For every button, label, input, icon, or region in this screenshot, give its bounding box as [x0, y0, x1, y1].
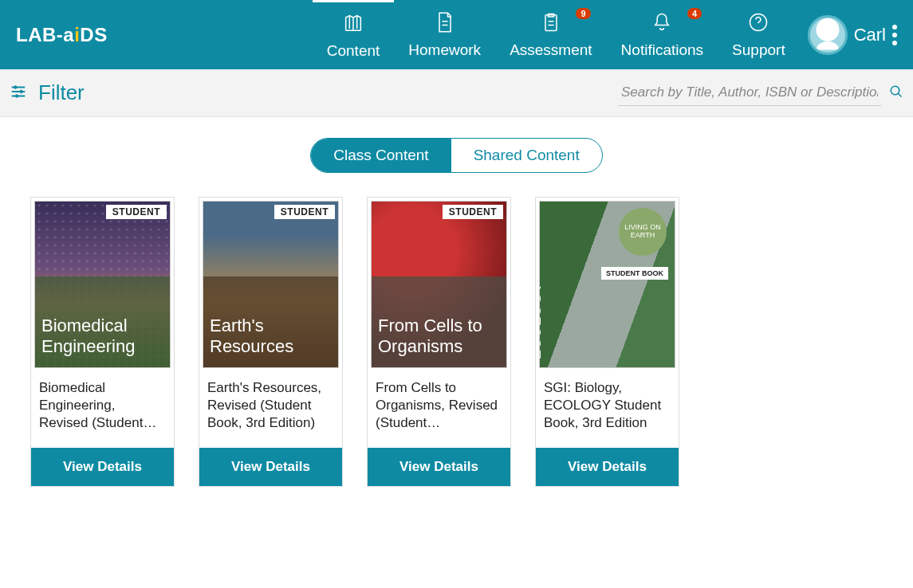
nav-label: Support — [732, 41, 785, 59]
content-toggle: Class Content Shared Content — [0, 138, 913, 173]
card-title: Earth's Resources, Revised (Student Book… — [203, 368, 339, 441]
sliders-icon — [10, 83, 27, 104]
book-cover[interactable]: STUDENT Biomedical Engineering — [34, 201, 171, 368]
cover-title: Earth's Resources — [203, 308, 338, 367]
more-icon — [892, 25, 897, 45]
user-menu[interactable]: Carl — [808, 15, 897, 55]
content-card: STUDENT Biomedical Engineering Biomedica… — [30, 197, 175, 487]
toggle-pill: Class Content Shared Content — [310, 138, 602, 173]
logo-text: a — [63, 24, 74, 46]
student-tag: STUDENT — [106, 205, 167, 219]
cover-badge-rect: STUDENT BOOK — [601, 267, 668, 280]
student-tag: STUDENT — [443, 205, 503, 219]
content-card: LIVING ON EARTH STUDENT BOOK ECOLOGY SGI… — [535, 197, 679, 487]
nav-support[interactable]: Support — [718, 0, 800, 69]
badge: 4 — [687, 8, 702, 19]
cover-vertical-text: ECOLOGY — [539, 282, 545, 359]
cover-title: From Cells to Organisms — [372, 308, 506, 367]
filter-bar: Filter — [0, 69, 913, 117]
clipboard-icon — [540, 11, 562, 37]
logo-text: - — [57, 24, 64, 46]
nav-content[interactable]: Content — [313, 0, 395, 69]
help-icon — [747, 11, 769, 37]
view-details-button[interactable]: View Details — [31, 448, 174, 486]
book-cover[interactable]: STUDENT From Cells to Organisms — [371, 201, 507, 368]
book-cover[interactable]: STUDENT Earth's Resources — [203, 201, 339, 368]
svg-point-2 — [14, 85, 18, 88]
content-icon — [342, 12, 364, 37]
main-nav: Content Homework 9 Assessment 4 Notifica… — [313, 0, 800, 69]
avatar — [808, 15, 848, 55]
student-tag: STUDENT — [274, 205, 335, 219]
book-cover[interactable]: LIVING ON EARTH STUDENT BOOK ECOLOGY — [539, 201, 675, 368]
nav-label: Assessment — [510, 41, 592, 59]
search-wrap — [618, 80, 903, 106]
view-details-button[interactable]: View Details — [199, 448, 342, 486]
logo-text: LAB — [16, 24, 57, 46]
search-input[interactable] — [618, 80, 881, 106]
view-details-button[interactable]: View Details — [536, 448, 679, 486]
logo-text: i — [74, 24, 80, 46]
svg-point-4 — [15, 94, 18, 97]
tab-shared-content[interactable]: Shared Content — [451, 139, 602, 172]
logo: LAB-aiDS — [16, 24, 108, 46]
app-header: LAB-aiDS Content Homework 9 Assessment 4 — [0, 0, 913, 69]
badge: 9 — [576, 8, 590, 19]
content-grid: STUDENT Biomedical Engineering Biomedica… — [0, 197, 913, 519]
nav-label: Homework — [408, 41, 481, 59]
content-card: STUDENT From Cells to Organisms From Cel… — [367, 197, 511, 487]
nav-notifications[interactable]: 4 Notifications — [607, 0, 718, 69]
content-card: STUDENT Earth's Resources Earth's Resour… — [199, 197, 343, 487]
nav-homework[interactable]: Homework — [394, 0, 495, 69]
cover-title: Biomedical Engineering — [35, 308, 170, 367]
nav-label: Notifications — [621, 41, 704, 59]
logo-text: DS — [80, 24, 107, 46]
svg-point-3 — [20, 90, 23, 93]
card-title: SGI: Biology, ECOLOGY Student Book, 3rd … — [539, 368, 675, 441]
document-icon — [434, 11, 456, 37]
view-details-button[interactable]: View Details — [368, 448, 510, 486]
search-icon[interactable] — [889, 84, 903, 102]
bell-icon — [651, 11, 673, 37]
filter-label: Filter — [38, 80, 85, 105]
username: Carl — [854, 25, 886, 45]
nav-assessment[interactable]: 9 Assessment — [495, 0, 606, 69]
nav-label: Content — [327, 42, 380, 60]
card-title: Biomedical Engineering, Revised (Student… — [34, 368, 171, 441]
cover-badge-circle: LIVING ON EARTH — [619, 208, 667, 256]
tab-class-content[interactable]: Class Content — [311, 139, 451, 172]
filter-button[interactable]: Filter — [10, 80, 85, 105]
card-title: From Cells to Organisms, Revised (Studen… — [371, 368, 507, 441]
